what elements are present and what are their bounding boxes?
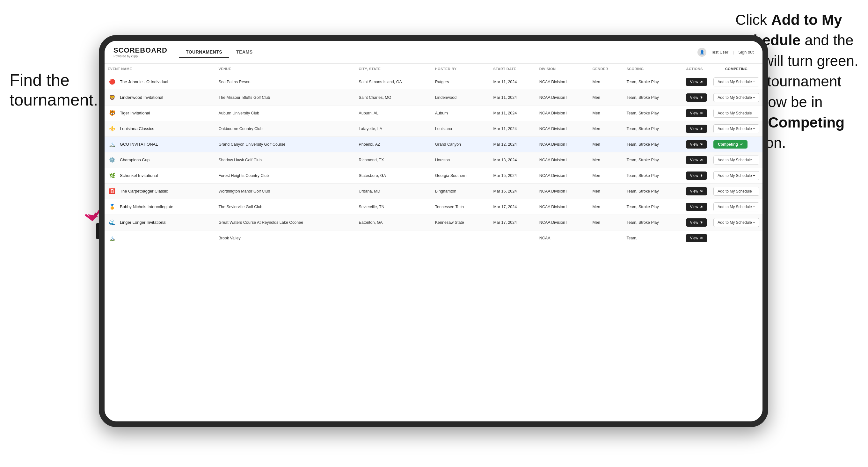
view-button[interactable]: View 👁 bbox=[686, 140, 707, 149]
table-row: 🏅 Bobby Nichols Intercollegiate The Sevi… bbox=[104, 199, 763, 215]
view-button[interactable]: View 👁 bbox=[686, 203, 707, 211]
view-button[interactable]: View 👁 bbox=[686, 172, 707, 180]
event-cell: 🦁 Lindenwood Invitational bbox=[104, 90, 215, 105]
event-name: GCU INVITATIONAL bbox=[120, 142, 158, 147]
col-venue: Grand Canyon University Golf Course bbox=[215, 137, 355, 152]
event-cell: 🏅 Bobby Nichols Intercollegiate bbox=[104, 199, 215, 215]
tournaments-table: EVENT NAME VENUE CITY, STATE HOSTED BY S… bbox=[104, 64, 763, 246]
team-logo: 🌊 bbox=[108, 218, 117, 227]
event-cell: ⚙️ Champions Cup bbox=[104, 152, 215, 168]
view-label: View bbox=[690, 95, 698, 100]
team-logo: 🅱️ bbox=[108, 187, 117, 196]
col-venue: Shadow Hawk Golf Club bbox=[215, 152, 355, 168]
col-gender: Men bbox=[589, 152, 623, 168]
table-row: 🐯 Tiger Invitational Auburn University C… bbox=[104, 105, 763, 121]
col-scoring: Team, Stroke Play bbox=[623, 199, 683, 215]
add-label: Add to My Schedule + bbox=[717, 174, 755, 178]
add-label: Add to My Schedule + bbox=[717, 80, 755, 84]
event-cell: 🌿 Schenkel Invitational bbox=[104, 168, 215, 184]
view-button[interactable]: View 👁 bbox=[686, 218, 707, 227]
view-label: View bbox=[690, 174, 698, 178]
col-scoring: Team, Stroke Play bbox=[623, 121, 683, 137]
eye-icon: 👁 bbox=[700, 205, 703, 209]
view-button[interactable]: View 👁 bbox=[686, 125, 707, 133]
competing-button[interactable]: Competing ✓ bbox=[713, 140, 747, 149]
eye-icon: 👁 bbox=[700, 96, 703, 99]
view-button[interactable]: View 👁 bbox=[686, 156, 707, 164]
col-city-state: Urbana, MD bbox=[355, 184, 432, 199]
nav-tab-tournaments[interactable]: TOURNAMENTS bbox=[179, 47, 229, 58]
screen: SCOREBOARD Powered by clippi TOURNAMENTS… bbox=[104, 41, 763, 422]
eye-icon: 👁 bbox=[700, 158, 703, 162]
col-gender: Men bbox=[589, 199, 623, 215]
col-scoring: SCORING bbox=[623, 64, 683, 74]
add-to-schedule-button[interactable]: Add to My Schedule + bbox=[713, 203, 759, 211]
event-cell: ⚜️ Louisiana Classics bbox=[104, 121, 215, 137]
view-button[interactable]: View 👁 bbox=[686, 234, 707, 242]
view-button[interactable]: View 👁 bbox=[686, 93, 707, 102]
app-logo-sub: Powered by clippi bbox=[114, 55, 167, 58]
competing-cell: Competing ✓ bbox=[710, 137, 763, 152]
col-gender: Men bbox=[589, 137, 623, 152]
team-logo: 🐯 bbox=[108, 109, 117, 118]
nav-tab-teams[interactable]: TEAMS bbox=[229, 47, 260, 58]
view-label: View bbox=[690, 236, 698, 240]
col-start-date: Mar 11, 2024 bbox=[490, 90, 536, 105]
event-name: Lindenwood Invitational bbox=[120, 95, 163, 100]
sign-out-link[interactable]: Sign out bbox=[738, 50, 753, 55]
add-to-schedule-button[interactable]: Add to My Schedule + bbox=[713, 93, 759, 102]
col-city-state: Statesboro, GA bbox=[355, 168, 432, 184]
col-division: NCAA Division I bbox=[536, 184, 589, 199]
col-division: NCAA Division I bbox=[536, 121, 589, 137]
add-label: Add to My Schedule + bbox=[717, 205, 755, 209]
view-button[interactable]: View 👁 bbox=[686, 187, 707, 195]
actions-cell: View 👁 bbox=[683, 230, 710, 246]
view-label: View bbox=[690, 80, 698, 84]
add-to-schedule-button[interactable]: Add to My Schedule + bbox=[713, 156, 759, 164]
col-city-state: Phoenix, AZ bbox=[355, 137, 432, 152]
col-gender: Men bbox=[589, 215, 623, 230]
view-button[interactable]: View 👁 bbox=[686, 78, 707, 86]
eye-icon: 👁 bbox=[700, 236, 703, 240]
view-label: View bbox=[690, 158, 698, 162]
team-logo: 🦁 bbox=[108, 93, 117, 102]
team-logo: ⚙️ bbox=[108, 156, 117, 164]
col-hosted-by bbox=[432, 230, 490, 246]
col-hosted-by: Georgia Southern bbox=[432, 168, 490, 184]
table-row: ⚜️ Louisiana Classics Oakbourne Country … bbox=[104, 121, 763, 137]
col-division: NCAA Division I bbox=[536, 168, 589, 184]
col-city-state: Sevierville, TN bbox=[355, 199, 432, 215]
add-to-schedule-button[interactable]: Add to My Schedule + bbox=[713, 124, 759, 133]
table-row: 🏔️ GCU INVITATIONAL Grand Canyon Univers… bbox=[104, 137, 763, 152]
col-start-date: Mar 16, 2024 bbox=[490, 184, 536, 199]
col-gender: Men bbox=[589, 121, 623, 137]
col-start-date: Mar 11, 2024 bbox=[490, 105, 536, 121]
table-row: 🌊 Linger Longer Invitational Great Water… bbox=[104, 215, 763, 230]
team-logo: 🏔️ bbox=[108, 140, 117, 149]
col-gender: Men bbox=[589, 105, 623, 121]
col-division: NCAA Division I bbox=[536, 137, 589, 152]
col-gender: Men bbox=[589, 168, 623, 184]
add-to-schedule-button[interactable]: Add to My Schedule + bbox=[713, 218, 759, 227]
check-icon: ✓ bbox=[740, 142, 743, 147]
col-start-date bbox=[490, 230, 536, 246]
add-to-schedule-button[interactable]: Add to My Schedule + bbox=[713, 171, 759, 180]
col-venue: Brook Valley bbox=[215, 230, 355, 246]
col-gender: Men bbox=[589, 184, 623, 199]
annotation-left: Find thetournament. bbox=[9, 70, 98, 110]
competing-cell: Add to My Schedule + bbox=[710, 184, 763, 199]
add-to-schedule-button[interactable]: Add to My Schedule + bbox=[713, 77, 759, 86]
col-hosted-by: Louisiana bbox=[432, 121, 490, 137]
competing-cell: Add to My Schedule + bbox=[710, 105, 763, 121]
add-to-schedule-button[interactable]: Add to My Schedule + bbox=[713, 187, 759, 196]
add-to-schedule-button[interactable]: Add to My Schedule + bbox=[713, 109, 759, 118]
col-scoring: Team, Stroke Play bbox=[623, 105, 683, 121]
col-actions: ACTIONS bbox=[683, 64, 710, 74]
side-button bbox=[96, 223, 99, 239]
actions-cell: View 👁 bbox=[683, 105, 710, 121]
view-button[interactable]: View 👁 bbox=[686, 109, 707, 117]
col-competing: COMPETING bbox=[710, 64, 763, 74]
col-scoring: Team, Stroke Play bbox=[623, 215, 683, 230]
col-city-state: CITY, STATE bbox=[355, 64, 432, 74]
col-start-date: Mar 12, 2024 bbox=[490, 137, 536, 152]
